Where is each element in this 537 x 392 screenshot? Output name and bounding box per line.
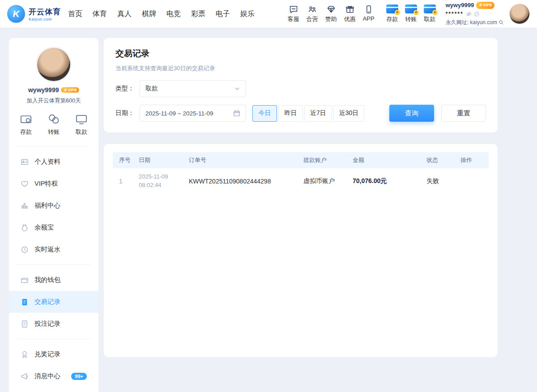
cell-status: 失败 bbox=[420, 177, 454, 185]
user-avatar[interactable] bbox=[509, 4, 530, 24]
withdraw-button[interactable]: 取款 bbox=[424, 4, 436, 23]
membership-days-text: 加入开云体育第600天 bbox=[9, 97, 98, 105]
partnership-button[interactable]: 合营 bbox=[307, 5, 318, 23]
transaction-filter-card: 交易记录 当前系统支持查询最近30日的交易记录 类型： 取款 日期： 2025-… bbox=[104, 38, 498, 132]
wallet-action-label: 存款 bbox=[386, 15, 398, 23]
menu-label: 福利中心 bbox=[34, 201, 60, 210]
navbar-quick-icons: 客服 合营 赞助 优惠 APP bbox=[288, 5, 375, 23]
cell-date: 2025-11-09 bbox=[139, 173, 183, 181]
calendar-icon bbox=[233, 110, 240, 117]
customer-service-button[interactable]: 客服 bbox=[288, 5, 299, 23]
record-list-icon bbox=[21, 320, 29, 328]
navbar-user-info: wywy9999 ♛ VIP9 ****** 永久网址: kaiyun.com bbox=[446, 1, 504, 26]
divider bbox=[17, 264, 90, 265]
profile-avatar bbox=[37, 48, 70, 81]
sidebar-item-wallet[interactable]: 我的钱包 bbox=[9, 269, 98, 291]
nav-lottery[interactable]: 彩票 bbox=[191, 9, 205, 19]
unread-count-badge: 99+ bbox=[71, 373, 87, 380]
reset-button[interactable]: 重置 bbox=[441, 105, 486, 122]
date-range-input[interactable]: 2025-11-09 ~ 2025-11-09 bbox=[140, 105, 246, 122]
cell-account: 虚拟币账户 bbox=[297, 177, 346, 185]
range-today-button[interactable]: 今日 bbox=[252, 105, 277, 122]
search-button[interactable]: 查询 bbox=[389, 105, 434, 122]
type-select[interactable]: 取款 bbox=[140, 80, 246, 97]
sidebar-deposit-button[interactable]: 存款 bbox=[20, 113, 32, 136]
app-download-button[interactable]: APP bbox=[363, 5, 375, 23]
megaphone-icon bbox=[21, 372, 29, 380]
vip-badge: ♛ VIP9 bbox=[476, 2, 494, 9]
sidebar-item-prize-records[interactable]: 兑奖记录 bbox=[9, 343, 98, 365]
sidebar-item-transactions[interactable]: 交易记录 bbox=[9, 291, 98, 313]
sidebar-withdraw-button[interactable]: 取款 bbox=[75, 113, 88, 136]
chat-bubble-icon bbox=[289, 5, 298, 14]
nav-entertainment[interactable]: 娱乐 bbox=[240, 9, 255, 19]
wallet-icon bbox=[21, 276, 29, 284]
cell-order-no: KWWT202511090802444298 bbox=[183, 178, 297, 185]
range-30days-button[interactable]: 近30日 bbox=[333, 105, 365, 122]
header-order-no: 订单号 bbox=[183, 156, 297, 164]
cell-time: 08:02:44 bbox=[139, 181, 183, 190]
menu-label: 投注记录 bbox=[34, 320, 60, 328]
range-yesterday-button[interactable]: 昨日 bbox=[278, 105, 303, 122]
nav-live-casino[interactable]: 真人 bbox=[117, 9, 132, 19]
username: wywy9999 bbox=[446, 1, 474, 10]
withdraw-card-icon bbox=[424, 4, 436, 13]
award-icon bbox=[21, 350, 29, 358]
table-row: 1 2025-11-09 08:02:44 KWWT20251109080244… bbox=[113, 168, 489, 194]
sidebar-item-profile[interactable]: 个人资料 bbox=[9, 151, 98, 173]
header-account: 提款账户 bbox=[297, 156, 346, 164]
brand-name: 开云体育 bbox=[29, 7, 61, 17]
menu-label: 实时返水 bbox=[34, 245, 60, 254]
chevron-down-icon bbox=[234, 85, 240, 92]
transfer-button[interactable]: 转账 bbox=[405, 4, 417, 23]
transfer-card-icon bbox=[405, 4, 417, 13]
search-icon[interactable] bbox=[499, 20, 504, 25]
header-status: 状态 bbox=[420, 156, 454, 164]
partners-icon bbox=[308, 5, 317, 14]
clock-icon bbox=[21, 246, 29, 254]
sidebar-item-yuebao[interactable]: 余额宝 bbox=[9, 217, 98, 239]
refresh-balance-icon[interactable] bbox=[474, 11, 480, 17]
menu-label: 消息中心 bbox=[34, 372, 60, 380]
sponsor-button[interactable]: 赞助 bbox=[325, 5, 337, 23]
brand-domain: Kaiyun.com bbox=[29, 17, 61, 21]
page-subtitle: 当前系统支持查询最近30日的交易记录 bbox=[115, 64, 486, 72]
brand-logo[interactable]: K 开云体育 Kaiyun.com bbox=[7, 5, 61, 23]
menu-label: VIP特权 bbox=[34, 179, 58, 188]
divider bbox=[17, 339, 90, 339]
range-7days-button[interactable]: 近7日 bbox=[304, 105, 332, 122]
wallet-action-label: 转账 bbox=[405, 15, 417, 23]
sidebar-item-rebate[interactable]: 实时返水 bbox=[9, 239, 98, 260]
sidebar-transfer-button[interactable]: 转账 bbox=[47, 113, 60, 136]
menu-label: 余额宝 bbox=[34, 223, 54, 232]
nav-chess[interactable]: 棋牌 bbox=[142, 9, 156, 19]
withdraw-outline-icon bbox=[75, 113, 88, 125]
top-navbar: K 开云体育 Kaiyun.com 首页 体育 真人 棋牌 电竞 彩票 电子 娱… bbox=[0, 0, 537, 28]
sidebar-item-messages[interactable]: 消息中心 99+ bbox=[9, 365, 98, 387]
menu-label: 我的钱包 bbox=[34, 276, 60, 284]
bar-chart-icon bbox=[21, 202, 29, 210]
permanent-url-label: 永久网址: kaiyun.com bbox=[446, 18, 497, 27]
page-title: 交易记录 bbox=[115, 48, 486, 60]
cell-datetime: 2025-11-09 08:02:44 bbox=[132, 173, 183, 190]
cell-index: 1 bbox=[113, 178, 132, 185]
sidebar-menu: 个人资料 VIP特权 福利中心 余额宝 实时返水 我的钱包 bbox=[9, 151, 98, 387]
sidebar-item-welfare[interactable]: 福利中心 bbox=[9, 195, 98, 217]
sidebar-item-bet-records[interactable]: 投注记录 bbox=[9, 313, 98, 335]
nav-home[interactable]: 首页 bbox=[68, 9, 82, 19]
money-bag-icon bbox=[21, 224, 29, 232]
heart-icon bbox=[21, 180, 29, 188]
sidebar-item-vip[interactable]: VIP特权 bbox=[9, 173, 98, 195]
nav-slots[interactable]: 电子 bbox=[216, 9, 230, 19]
deposit-outline-icon bbox=[20, 113, 32, 125]
profile-sidebar: wywy9999 ♛ VIP9 加入开云体育第600天 存款 转账 取款 个人资… bbox=[9, 38, 98, 392]
nav-esports[interactable]: 电竞 bbox=[166, 9, 181, 19]
nav-sports[interactable]: 体育 bbox=[93, 9, 107, 19]
wallet-action-label: 取款 bbox=[424, 15, 435, 23]
deposit-button[interactable]: 存款 bbox=[386, 4, 398, 23]
promotions-button[interactable]: 优惠 bbox=[344, 5, 356, 23]
cell-amount: 70,076.00元 bbox=[346, 177, 420, 185]
document-icon bbox=[21, 298, 29, 306]
quick-icon-label: APP bbox=[363, 15, 375, 22]
eye-off-icon[interactable] bbox=[466, 11, 472, 17]
